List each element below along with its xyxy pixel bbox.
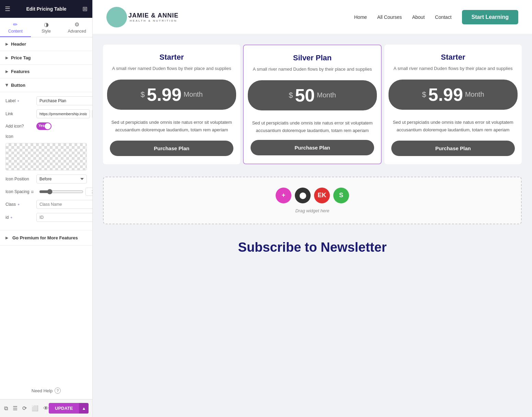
panel-tabs: ✏ Content ◑ Style ⚙ Advanced	[0, 18, 92, 37]
nav-about[interactable]: About	[412, 14, 425, 20]
stack-icon[interactable]: ☰	[13, 405, 18, 412]
section-header-header[interactable]: ▶ Header	[0, 37, 92, 51]
content-icon: ✏	[13, 21, 18, 28]
widget-icon-ek[interactable]: EK	[314, 188, 330, 203]
purchase-btn-2[interactable]: Purchase Plan	[391, 141, 515, 156]
label-field-label: Label ✦	[5, 98, 36, 103]
link-field-label: Link	[5, 111, 36, 116]
update-chevron-btn[interactable]: ▲	[79, 403, 89, 414]
label-row: Label ✦ ⋮	[5, 96, 87, 105]
icon-spacing-label: Icon Spacing 🖥	[5, 189, 36, 194]
bottom-bar: ⧉ ☰ ⟳ ⬜ 👁 UPDATE ▲	[0, 399, 92, 417]
icon-spacing-number[interactable]	[85, 188, 93, 196]
icon-preview	[5, 143, 87, 170]
plan-name-1: Silver Plan	[251, 53, 374, 62]
arrow-icon-price: ▶	[5, 56, 8, 60]
class-input-row: ⋮	[36, 200, 93, 209]
button-section-content: Label ✦ ⋮ Link ⚙ ⋮ Add icon?	[0, 92, 92, 230]
spacing-slider-container: px	[39, 188, 93, 196]
toggle-on-label: Yes	[38, 124, 44, 128]
help-icon: ?	[55, 388, 61, 394]
card-header-0: Starter A small river named Duden flows …	[103, 45, 240, 76]
purchase-btn-1[interactable]: Purchase Plan	[251, 140, 374, 155]
history-icon[interactable]: ⟳	[22, 405, 27, 412]
section-header-features[interactable]: ▶ Features	[0, 65, 92, 79]
widget-icons-row: + ⬤ EK S	[276, 188, 349, 203]
price-box-0: $ 5.99 Month	[107, 80, 236, 110]
bottom-icons: ⧉ ☰ ⟳ ⬜ 👁	[4, 405, 49, 412]
card-body-2: Sed ut perspiciatis unde omnis iste natu…	[384, 113, 522, 141]
pricing-cards: Starter A small river named Duden flows …	[103, 45, 522, 164]
price-amount-0: 5.99	[147, 86, 182, 104]
device-icon: 🖥	[31, 190, 34, 194]
logo-sub: HEALTH & NUTRITION	[128, 19, 178, 22]
price-dollar-0: $	[140, 90, 144, 99]
label-input[interactable]	[36, 96, 93, 105]
grid-icon[interactable]: ⊞	[82, 5, 88, 13]
tab-content[interactable]: ✏ Content	[0, 18, 31, 37]
subscribe-title: Subscribe to Newsletter	[103, 240, 522, 255]
icon-position-select[interactable]: Before After	[36, 175, 87, 183]
plan-name-2: Starter	[391, 53, 515, 62]
pricing-section: Starter A small river named Duden flows …	[93, 34, 532, 171]
link-input[interactable]	[36, 109, 90, 118]
class-input[interactable]	[36, 200, 93, 209]
responsive-icon[interactable]: ⬜	[32, 405, 38, 412]
id-input[interactable]	[36, 213, 93, 222]
magic-icon-label: ✦	[17, 99, 20, 103]
widget-icon-dark[interactable]: ⬤	[295, 188, 311, 203]
site-nav: JAMIE & ANNIE HEALTH & NUTRITION Home Al…	[93, 0, 532, 34]
widget-drop-zone[interactable]: + ⬤ EK S Drag widget here	[103, 177, 522, 224]
tab-advanced[interactable]: ⚙ Advanced	[61, 18, 92, 37]
price-amount-2: 5.99	[428, 86, 463, 104]
price-dollar-1: $	[289, 91, 293, 100]
price-box-1: $ 50 Month	[248, 80, 377, 110]
card-body-1: Sed ut perspiciatis unde omnis iste natu…	[244, 114, 381, 140]
subscribe-section: Subscribe to Newsletter	[93, 230, 532, 255]
spacer	[0, 246, 92, 382]
icon-position-label: Icon Position	[5, 177, 36, 181]
price-period-0: Month	[184, 91, 203, 98]
nav-all-courses[interactable]: All Courses	[377, 14, 402, 20]
id-label: id ✦	[5, 215, 36, 220]
need-help[interactable]: Need Help ?	[0, 382, 92, 399]
label-input-row: ⋮	[36, 96, 93, 105]
pricing-card-1: Silver Plan A small river named Duden fl…	[243, 45, 382, 164]
pricing-card-0: Starter A small river named Duden flows …	[103, 45, 240, 164]
nav-contact[interactable]: Contact	[435, 14, 451, 20]
go-premium[interactable]: ▶ Go Premium for More Features	[0, 230, 92, 246]
update-group: UPDATE ▲	[49, 403, 89, 414]
add-icon-toggle[interactable]: Yes	[36, 122, 51, 130]
magic-icon-id: ✦	[10, 216, 13, 219]
widget-icon-s[interactable]: S	[333, 188, 349, 203]
add-icon-row: Add icon? Yes	[5, 122, 87, 130]
tab-style[interactable]: ◑ Style	[31, 18, 62, 37]
premium-arrow: ▶	[5, 236, 8, 240]
toggle-track: Yes	[36, 122, 51, 130]
widget-icon-add[interactable]: +	[276, 188, 291, 203]
update-button[interactable]: UPDATE	[49, 403, 79, 414]
section-header-button[interactable]: ▶ Button	[0, 79, 92, 92]
plan-desc-0: A small river named Duden flows by their…	[110, 65, 233, 72]
start-learning-button[interactable]: Start Learning	[462, 10, 518, 24]
nav-links: Home All Courses About Contact Start Lea…	[354, 10, 518, 24]
layers-icon[interactable]: ⧉	[4, 405, 8, 412]
icon-field-label: Icon	[5, 134, 36, 139]
icon-spacing-row: Icon Spacing 🖥 px	[5, 188, 87, 196]
link-input-row: ⚙ ⋮	[36, 109, 93, 118]
purchase-btn-0[interactable]: Purchase Plan	[110, 141, 233, 156]
price-amount-1: 50	[295, 86, 315, 104]
plan-desc-1: A small river named Duden flows by their…	[251, 66, 374, 73]
id-row: id ✦ ⋮	[5, 213, 87, 222]
icon-label-row: Icon	[5, 134, 87, 139]
icon-position-row: Icon Position Before After	[5, 175, 87, 183]
price-period-1: Month	[317, 91, 336, 99]
icon-spacing-slider[interactable]	[39, 189, 83, 194]
nav-home[interactable]: Home	[354, 14, 367, 20]
section-header-price-tag[interactable]: ▶ Price Tag	[0, 51, 92, 65]
hamburger-icon[interactable]: ☰	[5, 5, 10, 13]
left-panel: ☰ Edit Pricing Table ⊞ ✏ Content ◑ Style…	[0, 0, 93, 417]
arrow-icon-button: ▶	[5, 84, 9, 87]
panel-title: Edit Pricing Table	[26, 6, 66, 12]
eye-icon[interactable]: 👁	[43, 405, 49, 412]
